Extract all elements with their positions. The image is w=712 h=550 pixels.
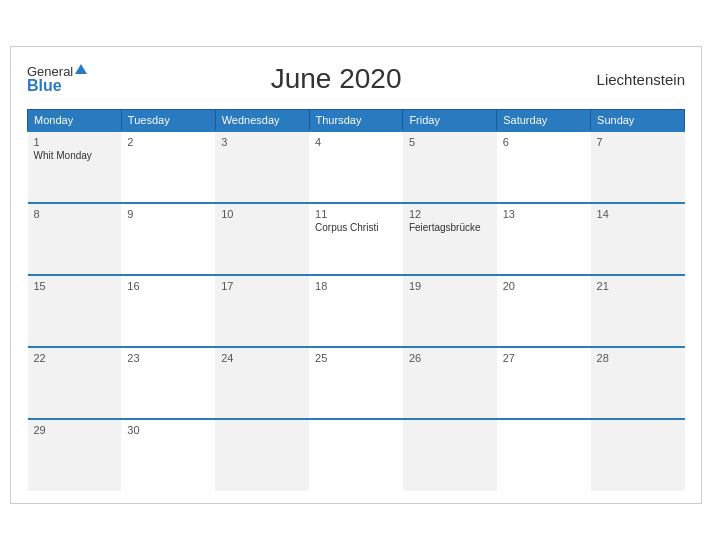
day-number: 7 xyxy=(597,136,679,148)
day-number: 22 xyxy=(34,352,116,364)
calendar-cell xyxy=(497,419,591,491)
calendar-cell: 21 xyxy=(591,275,685,347)
day-number: 3 xyxy=(221,136,303,148)
day-number: 19 xyxy=(409,280,491,292)
day-number: 13 xyxy=(503,208,585,220)
calendar-cell: 23 xyxy=(121,347,215,419)
logo-general-text: General xyxy=(27,65,73,78)
calendar-cell: 5 xyxy=(403,131,497,203)
day-number: 11 xyxy=(315,208,397,220)
day-number: 4 xyxy=(315,136,397,148)
calendar-cell: 8 xyxy=(28,203,122,275)
week-row-3: 15161718192021 xyxy=(28,275,685,347)
day-event: Feiertagsbrücke xyxy=(409,222,491,233)
calendar-cell: 25 xyxy=(309,347,403,419)
day-number: 25 xyxy=(315,352,397,364)
calendar-cell: 26 xyxy=(403,347,497,419)
weekday-header-row: MondayTuesdayWednesdayThursdayFridaySatu… xyxy=(28,110,685,132)
calendar-cell: 20 xyxy=(497,275,591,347)
day-event: Whit Monday xyxy=(34,150,116,161)
calendar-cell: 3 xyxy=(215,131,309,203)
day-number: 2 xyxy=(127,136,209,148)
calendar-cell: 12Feiertagsbrücke xyxy=(403,203,497,275)
weekday-header-wednesday: Wednesday xyxy=(215,110,309,132)
calendar-cell: 29 xyxy=(28,419,122,491)
day-number: 28 xyxy=(597,352,679,364)
calendar-cell: 17 xyxy=(215,275,309,347)
day-number: 10 xyxy=(221,208,303,220)
day-number: 6 xyxy=(503,136,585,148)
day-number: 20 xyxy=(503,280,585,292)
calendar-cell: 1Whit Monday xyxy=(28,131,122,203)
calendar-cell: 27 xyxy=(497,347,591,419)
day-number: 18 xyxy=(315,280,397,292)
day-number: 9 xyxy=(127,208,209,220)
day-number: 21 xyxy=(597,280,679,292)
weekday-header-sunday: Sunday xyxy=(591,110,685,132)
calendar-cell: 4 xyxy=(309,131,403,203)
calendar-cell: 30 xyxy=(121,419,215,491)
day-number: 29 xyxy=(34,424,116,436)
weekday-header-thursday: Thursday xyxy=(309,110,403,132)
calendar-cell: 15 xyxy=(28,275,122,347)
calendar-cell: 2 xyxy=(121,131,215,203)
week-row-5: 2930 xyxy=(28,419,685,491)
week-row-4: 22232425262728 xyxy=(28,347,685,419)
logo-triangle-icon xyxy=(75,64,87,74)
calendar-cell: 10 xyxy=(215,203,309,275)
day-number: 8 xyxy=(34,208,116,220)
weekday-header-tuesday: Tuesday xyxy=(121,110,215,132)
calendar-cell: 19 xyxy=(403,275,497,347)
weekday-header-friday: Friday xyxy=(403,110,497,132)
calendar-cell xyxy=(591,419,685,491)
calendar-country: Liechtenstein xyxy=(585,71,685,88)
day-number: 26 xyxy=(409,352,491,364)
day-number: 14 xyxy=(597,208,679,220)
calendar-cell xyxy=(215,419,309,491)
calendar-cell: 16 xyxy=(121,275,215,347)
day-number: 12 xyxy=(409,208,491,220)
calendar-cell xyxy=(309,419,403,491)
calendar-cell: 13 xyxy=(497,203,591,275)
calendar-cell: 22 xyxy=(28,347,122,419)
calendar-title: June 2020 xyxy=(87,63,585,95)
calendar-cell: 24 xyxy=(215,347,309,419)
calendar-header: General Blue June 2020 Liechtenstein xyxy=(27,63,685,95)
day-number: 27 xyxy=(503,352,585,364)
calendar-container: General Blue June 2020 Liechtenstein Mon… xyxy=(10,46,702,504)
calendar-cell: 14 xyxy=(591,203,685,275)
calendar-grid: MondayTuesdayWednesdayThursdayFridaySatu… xyxy=(27,109,685,491)
day-number: 23 xyxy=(127,352,209,364)
day-number: 15 xyxy=(34,280,116,292)
day-number: 17 xyxy=(221,280,303,292)
day-number: 24 xyxy=(221,352,303,364)
week-row-1: 1Whit Monday234567 xyxy=(28,131,685,203)
day-event: Corpus Christi xyxy=(315,222,397,233)
day-number: 16 xyxy=(127,280,209,292)
calendar-cell: 7 xyxy=(591,131,685,203)
day-number: 1 xyxy=(34,136,116,148)
weekday-header-monday: Monday xyxy=(28,110,122,132)
logo-blue-text: Blue xyxy=(27,78,87,94)
calendar-cell: 6 xyxy=(497,131,591,203)
calendar-cell: 18 xyxy=(309,275,403,347)
logo: General Blue xyxy=(27,65,87,94)
day-number: 5 xyxy=(409,136,491,148)
calendar-cell: 9 xyxy=(121,203,215,275)
day-number: 30 xyxy=(127,424,209,436)
week-row-2: 891011Corpus Christi12Feiertagsbrücke131… xyxy=(28,203,685,275)
calendar-cell xyxy=(403,419,497,491)
calendar-cell: 11Corpus Christi xyxy=(309,203,403,275)
calendar-cell: 28 xyxy=(591,347,685,419)
weekday-header-saturday: Saturday xyxy=(497,110,591,132)
